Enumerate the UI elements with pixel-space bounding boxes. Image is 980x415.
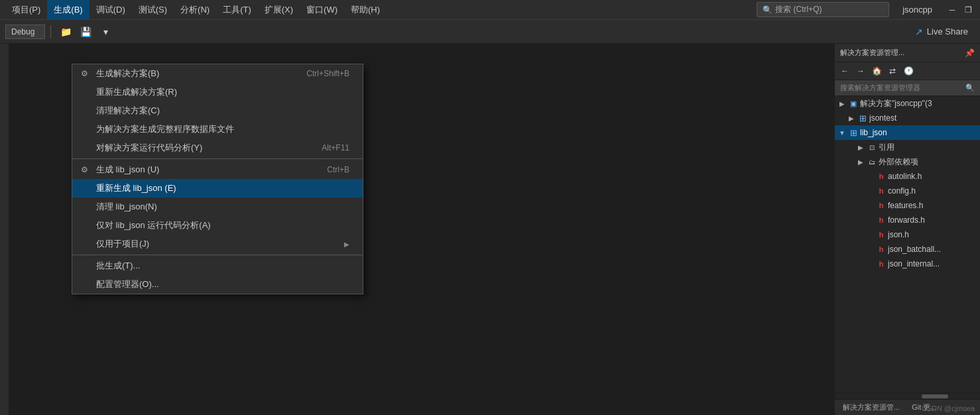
panel-forward-btn[interactable]: → [853,64,868,78]
libjson-icon: ⊞ [848,127,859,138]
solution-search-icon: 🔍 [965,84,975,92]
libjson-label: lib_json [860,128,980,137]
menu-pdb-solution[interactable]: 为解决方案生成完整程序数据库文件 [72,120,363,139]
main-layout: ⚙ 生成解决方案(B) Ctrl+Shift+B 重新生成解决方案(R) 清理解… [0,44,980,415]
menu-rebuild-solution-label: 重新生成解决方案(R) [96,86,349,98]
toolbar-dropdown-btn[interactable]: ▾ [96,23,115,41]
menu-clean-solution-label: 清理解决方案(C) [96,105,349,117]
titlebar-right: 🔍 搜索 (Ctrl+Q) jsoncpp ─ ❐ [757,2,975,17]
menu-clean-libjson[interactable]: 清理 lib_json(N) [72,198,363,216]
menu-project-only[interactable]: 仅用于项目(J) ▶ [72,235,363,253]
tree-item-config[interactable]: h config.h [835,184,980,198]
ref-chevron: ▶ [856,143,865,152]
extdep-label: 外部依赖项 [879,156,980,168]
panel-back-btn[interactable]: ← [837,64,852,78]
tree-item-json-internal[interactable]: h json_internal... [835,257,980,271]
panel-pin-icon[interactable]: 📌 [965,48,975,58]
live-share-icon: ↗ [915,27,923,37]
menu-test[interactable]: 测试(S) [132,0,174,20]
build-dropdown-menu: ⚙ 生成解决方案(B) Ctrl+Shift+B 重新生成解决方案(R) 清理解… [72,64,363,294]
jsontest-label: jsontest [869,113,980,123]
h-scroll-thumb[interactable] [922,394,948,398]
tree-item-solution[interactable]: ▶ ▣ 解决方案"jsoncpp"(3 [835,96,980,111]
menu-build-libjson[interactable]: ⚙ 生成 lib_json (U) Ctrl+B [72,160,363,179]
jsontest-chevron: ▶ [847,113,856,123]
solution-search-placeholder: 搜索解决方案资源管理器 [840,83,920,93]
menu-build-libjson-label: 生成 lib_json (U) [96,164,327,176]
app-title: jsoncpp [894,5,940,15]
panel-sync-btn[interactable]: ⇄ [885,64,900,78]
tree-item-json-h[interactable]: h json.h [835,227,980,242]
autolink-icon: h [876,171,887,182]
forwards-label: forwards.h [888,215,980,225]
menu-batch-build-label: 批生成(T)... [96,260,349,272]
menu-analyze-solution-shortcut: Alt+F11 [322,143,349,152]
solution-search-bar[interactable]: 搜索解决方案资源管理器 🔍 [835,80,980,96]
tree-item-features[interactable]: h features.h [835,198,980,213]
menu-build-solution-label: 生成解决方案(B) [96,68,306,80]
menu-separator-2 [72,255,363,255]
extdep-icon: 🗂 [867,156,877,167]
menu-build[interactable]: 生成(B) [47,0,89,20]
tree-item-autolink[interactable]: h autolink.h [835,169,980,184]
menu-tools[interactable]: 工具(T) [216,0,258,20]
panel-history-btn[interactable]: 🕐 [901,64,916,78]
toolbar-file-buttons: 📁 💾 ▾ [56,23,115,41]
debug-config-label[interactable]: Debug [5,25,45,39]
menu-project[interactable]: 项目(P) [5,0,47,20]
jsontest-icon: ⊞ [857,113,868,123]
extdep-chevron: ▶ [856,157,865,166]
tab-solution-explorer[interactable]: 解决方案资源管... [837,401,905,414]
menu-separator-1 [72,158,363,159]
menu-clean-solution[interactable]: 清理解决方案(C) [72,101,363,120]
panel-title: 解决方案资源管理... [840,48,904,58]
config-chevron [865,186,875,196]
panel-home-btn[interactable]: 🏠 [869,64,884,78]
menu-build-libjson-shortcut: Ctrl+B [327,165,349,174]
menu-rebuild-solution[interactable]: 重新生成解决方案(R) [72,83,363,101]
restore-button[interactable]: ❐ [961,3,975,17]
features-icon: h [876,200,887,211]
tree-item-libjson[interactable]: ▼ ⊞ lib_json [835,125,980,140]
panel-header: 解决方案资源管理... 📌 [835,44,980,62]
solution-label: 解决方案"jsoncpp"(3 [860,98,980,109]
tree-item-forwards[interactable]: h forwards.h [835,213,980,227]
json-internal-icon: h [876,259,887,269]
menu-batch-build[interactable]: 批生成(T)... [72,257,363,275]
menu-build-solution[interactable]: ⚙ 生成解决方案(B) Ctrl+Shift+B [72,64,363,83]
solution-chevron: ▶ [837,99,847,108]
minimize-button[interactable]: ─ [946,3,959,17]
menu-project-only-arrow: ▶ [344,241,349,248]
json-batch-label: json_batchall... [888,245,980,254]
build-libjson-icon: ⚙ [79,164,90,175]
menu-config-manager[interactable]: 配置管理器(O)... [72,275,363,294]
search-icon: 🔍 [763,5,772,15]
toolbar-folder-btn[interactable]: 📁 [56,23,75,41]
menu-window[interactable]: 窗口(W) [300,0,344,20]
tree-item-json-batch[interactable]: h json_batchall... [835,242,980,257]
global-search-bar[interactable]: 🔍 搜索 (Ctrl+Q) [757,2,889,17]
menu-analyze-libjson[interactable]: 仅对 lib_json 运行代码分析(A) [72,216,363,235]
config-label: config.h [888,186,980,196]
libjson-chevron: ▼ [837,128,847,137]
live-share-button[interactable]: ↗ Live Share [908,24,975,40]
tree-item-ref[interactable]: ▶ ⊡ 引用 [835,140,980,154]
json-h-label: json.h [888,230,980,239]
menubar: 项目(P) 生成(B) 调试(D) 测试(S) 分析(N) 工具(T) 扩展(X… [0,0,980,20]
menu-analyze[interactable]: 分析(N) [174,0,216,20]
menu-debug[interactable]: 调试(D) [90,0,132,20]
tree-item-extdep[interactable]: ▶ 🗂 外部依赖项 [835,154,980,169]
menu-analyze-solution[interactable]: 对解决方案运行代码分析(Y) Alt+F11 [72,139,363,157]
menu-help[interactable]: 帮助(H) [344,0,387,20]
menu-rebuild-libjson-label: 重新生成 lib_json (E) [96,182,349,194]
horizontal-scrollbar[interactable] [835,392,980,399]
menu-extensions[interactable]: 扩展(X) [258,0,300,20]
menu-rebuild-libjson[interactable]: 重新生成 lib_json (E) [72,179,363,198]
menu-pdb-solution-label: 为解决方案生成完整程序数据库文件 [96,123,349,135]
menu-build-solution-shortcut: Ctrl+Shift+B [306,69,349,78]
toolbar: Debug 📁 💾 ▾ ↗ Live Share [0,20,980,44]
toolbar-save-btn[interactable]: 💾 [76,23,95,41]
menu-clean-libjson-label: 清理 lib_json(N) [96,201,349,213]
menu-analyze-solution-label: 对解决方案运行代码分析(Y) [96,142,322,154]
tree-item-jsontest[interactable]: ▶ ⊞ jsontest [835,111,980,125]
